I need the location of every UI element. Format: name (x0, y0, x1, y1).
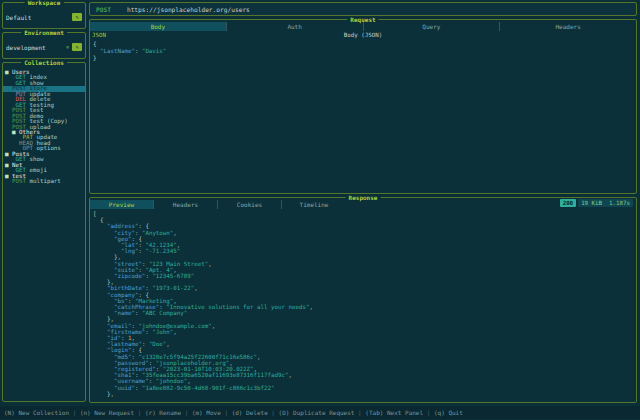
keybinding-hint[interactable]: (r) Rename (145, 409, 181, 416)
response-tabs: PreviewHeadersCookiesTimeline (90, 200, 636, 209)
keybinding-hint[interactable]: (Tab) Next Panel (365, 409, 423, 416)
response-tab-headers[interactable]: Headers (154, 200, 218, 209)
json-punct: , (187, 378, 191, 384)
json-key: "catchPhrase" (114, 304, 159, 310)
json-punct: , (289, 372, 293, 378)
keybinding-separator: | (69, 409, 80, 416)
url-input[interactable]: https://jsonplaceholder.org/users (127, 6, 636, 13)
json-punct: }, (93, 316, 114, 322)
keybinding-hint[interactable]: (n) New Request (80, 409, 134, 416)
workspace-edit-button[interactable]: ✎ (72, 13, 82, 21)
request-tab-headers[interactable]: Headers (500, 22, 636, 31)
environment-select[interactable]: development (6, 44, 66, 51)
json-key: "street" (114, 261, 142, 267)
json-punct: , (309, 304, 313, 310)
json-key: "uuid" (114, 385, 135, 391)
keybinding-hint[interactable]: (m) Move (192, 409, 221, 416)
json-punct: , (131, 335, 135, 341)
json-punct (93, 236, 114, 242)
json-key: "email" (107, 323, 131, 329)
request-tabs: BodyAuthQueryHeaders (90, 22, 636, 31)
json-string: "Davis" (142, 48, 166, 54)
json-punct: , (257, 354, 261, 360)
json-string: "2023-01-10T10:03:20.022Z" (163, 366, 254, 372)
keybinding-separator: | (268, 409, 279, 416)
json-string: "12345-6789" (152, 273, 194, 279)
method-badge: POST (5, 178, 29, 184)
status-code-badge: 200 (560, 199, 576, 207)
keybinding-hint[interactable]: (N) New Collection (4, 409, 69, 416)
keybinding-hint[interactable]: (q) Quit (434, 409, 463, 416)
json-key: "birthDate" (107, 285, 145, 291)
response-panel: Response PreviewHeadersCookiesTimeline 2… (89, 197, 637, 403)
keybinding-hint[interactable]: (D) Duplicate Request (279, 409, 355, 416)
json-punct: { (135, 236, 142, 242)
request-tab-auth[interactable]: Auth (227, 22, 364, 31)
json-key: "firstname" (107, 329, 145, 335)
json-punct: } (93, 55, 97, 61)
environment-row: development ▼ ✎ (3, 33, 85, 58)
response-body-line: }, (93, 391, 636, 397)
json-punct: { (142, 292, 149, 298)
method-selector[interactable]: POST (96, 6, 111, 13)
json-punct (93, 323, 107, 329)
json-punct: { (93, 217, 103, 223)
json-key: "zipcode" (114, 273, 145, 279)
json-punct (93, 261, 114, 267)
json-string: "35feaa15cc39ba6520af11693e87316f117fad9… (142, 372, 289, 378)
json-string: "123 Main Street" (149, 261, 208, 267)
environment-panel: Environment development ▼ ✎ (2, 32, 86, 59)
response-tab-cookies[interactable]: Cookies (218, 200, 282, 209)
json-punct (93, 292, 107, 298)
json-punct (93, 378, 114, 384)
json-punct: }, (93, 391, 114, 397)
json-key: "geo" (114, 236, 131, 242)
request-editor-head: JSON Body (JSON) (90, 31, 636, 39)
request-body-editor[interactable]: { "LastName": "Davis"} (90, 39, 636, 62)
json-string: "Apt. 4" (145, 267, 173, 273)
json-punct: }, (93, 254, 121, 260)
response-body-viewer[interactable]: [ { "address": { "city": "Anytown", "geo… (90, 209, 636, 397)
json-punct: { (135, 347, 142, 353)
json-punct: , (173, 329, 177, 335)
environment-edit-button[interactable]: ✎ (72, 43, 82, 51)
json-punct: , (254, 366, 258, 372)
collection-request[interactable]: POST multipart (3, 179, 85, 184)
json-punct (93, 310, 114, 316)
json-punct (93, 230, 114, 236)
json-string: "Anytown" (142, 230, 173, 236)
json-punct (93, 360, 114, 366)
response-tab-preview[interactable]: Preview (90, 200, 154, 209)
json-key: "lng" (121, 248, 138, 254)
keybinding-hint[interactable]: (d) Delete (232, 409, 268, 416)
json-punct (93, 273, 114, 279)
json-punct (93, 335, 107, 341)
json-punct: , (177, 242, 181, 248)
request-label: multipart (29, 178, 60, 184)
request-tab-query[interactable]: Query (364, 22, 501, 31)
json-punct: , (208, 261, 212, 267)
keybinding-separator: | (354, 409, 365, 416)
json-punct: , (166, 341, 170, 347)
json-key: "id" (107, 335, 121, 341)
collections-list[interactable]: ■ Users GET index GET show POST store PU… (3, 63, 85, 185)
json-punct: { (142, 223, 149, 229)
keybinding-separator: | (423, 409, 434, 416)
json-key: "lat" (121, 242, 138, 248)
response-status-cluster: 200 19 KiB 1.187s (560, 198, 633, 207)
json-punct: }, (93, 279, 114, 285)
json-key: "login" (107, 347, 131, 353)
request-label: options (36, 145, 60, 151)
json-key: "registered" (114, 366, 156, 372)
json-punct (93, 329, 107, 335)
request-tab-body[interactable]: Body (90, 22, 227, 31)
json-punct: { (93, 41, 97, 47)
collections-panel-title: Collections (21, 59, 67, 66)
json-punct (93, 347, 107, 353)
json-key: "sha1" (114, 372, 135, 378)
json-punct (93, 48, 100, 54)
request-body-line: } (93, 55, 636, 62)
json-punct: , (173, 230, 177, 236)
response-size-time: 19 KiB 1.187s (578, 199, 633, 207)
response-tab-timeline[interactable]: Timeline (282, 200, 346, 209)
